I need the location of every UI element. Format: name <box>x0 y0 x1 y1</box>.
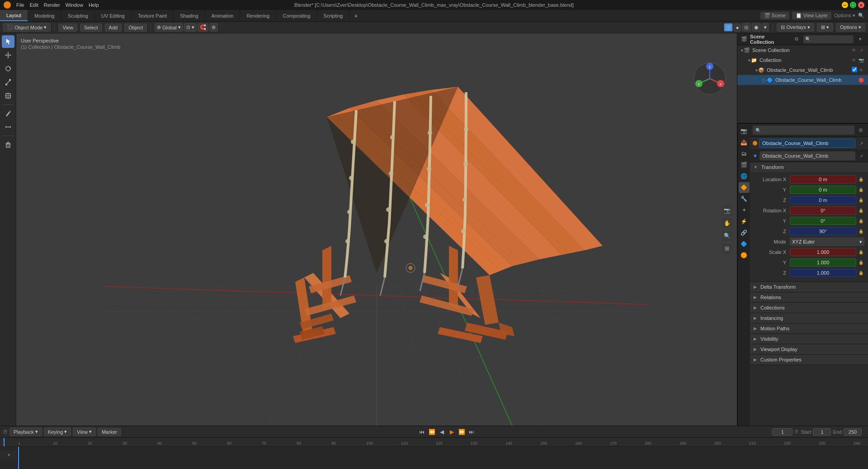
eye-ocwc-icon[interactable]: 👁 <box>858 67 864 73</box>
prop-particles-btn[interactable]: ✦ <box>739 205 750 216</box>
prop-output-btn[interactable]: 📤 <box>739 137 750 148</box>
add-workspace-tab[interactable]: + <box>349 10 362 21</box>
play-btn[interactable]: ▶ <box>447 427 456 436</box>
timeline-playback-btn[interactable]: Playback ▾ <box>9 427 42 436</box>
rotation-mode-select[interactable]: XYZ Euler ▾ <box>790 238 864 246</box>
mesh-link-btn[interactable]: ↗ <box>857 152 865 160</box>
tool-cursor[interactable] <box>2 35 14 48</box>
timeline-content[interactable]: ✦ <box>0 447 868 469</box>
delta-transform-header[interactable]: ▶ Delta Transform <box>750 282 868 292</box>
current-frame-input[interactable]: 1 <box>772 428 793 436</box>
tool-rotate[interactable] <box>2 62 14 75</box>
mesh-name-field[interactable]: Obstacle_Course_Wall_Climb <box>760 151 855 160</box>
tab-compositing[interactable]: Compositing <box>276 10 317 21</box>
select-icon[interactable]: ↗ <box>858 47 864 53</box>
relations-header[interactable]: ▶ Relations <box>750 292 868 302</box>
tool-measure[interactable] <box>2 121 14 133</box>
zoom-btn[interactable]: 🔍 <box>722 230 732 241</box>
prop-view-layer-btn[interactable]: 🗂 <box>739 148 750 159</box>
menu-edit[interactable]: Edit <box>27 2 41 8</box>
proportional-btn[interactable]: ⊚ <box>209 23 218 32</box>
lock-loc-x[interactable]: 🔒 <box>857 176 864 183</box>
render-col-icon[interactable]: 📷 <box>858 57 864 63</box>
outliner-filter-btn[interactable]: ⚙ <box>792 35 800 44</box>
transform-header[interactable]: ▼ Transform <box>750 162 868 172</box>
window-maximize[interactable]: □ <box>850 2 856 8</box>
tool-annotate[interactable] <box>2 107 14 120</box>
window-minimize[interactable]: − <box>842 2 848 8</box>
lock-scale-y[interactable]: 🔒 <box>857 259 864 266</box>
options-header-btn[interactable]: Options ▾ <box>836 23 865 32</box>
navigation-gizmo[interactable]: Z X Y <box>692 61 728 97</box>
hand-tool-btn[interactable]: ✋ <box>722 218 732 229</box>
next-keyframe-btn[interactable]: ⏩ <box>457 427 466 436</box>
object-name-field[interactable]: Obstacle_Course_Wall_Climb <box>759 139 855 148</box>
prop-data-btn[interactable]: 🔷 <box>739 239 750 249</box>
prev-keyframe-btn[interactable]: ⏪ <box>427 427 436 436</box>
tab-texture-paint[interactable]: Texture Paint <box>132 10 174 21</box>
jump-end-btn[interactable]: ⏭ <box>467 427 476 436</box>
play-backward-btn[interactable]: ◀ <box>437 427 446 436</box>
outliner-search[interactable]: 🔍 <box>803 35 854 43</box>
prop-material-btn[interactable]: 🟠 <box>739 250 750 261</box>
timeline-marker-btn[interactable]: Marker <box>98 428 121 436</box>
collections-header[interactable]: ▶ Collections <box>750 303 868 313</box>
outliner-item-ocwc-collection[interactable]: ▾ 📦 Obstacle_Course_Wall_Climb 👁 <box>737 65 868 75</box>
start-frame-input[interactable]: 1 <box>813 428 831 436</box>
props-options-btn[interactable]: ⚙ <box>856 126 865 135</box>
instancing-header[interactable]: ▶ Instancing <box>750 313 868 323</box>
tab-scripting[interactable]: Scripting <box>317 10 349 21</box>
location-y-field[interactable]: 0 m <box>790 186 856 194</box>
options-btn[interactable]: Options ▾ <box>834 13 855 19</box>
obj-icon-btn[interactable]: 🔴 <box>858 77 864 83</box>
timeline-view-btn[interactable]: View ▾ <box>73 427 96 436</box>
rendered-btn[interactable]: ◉ <box>752 23 761 32</box>
tool-scale[interactable] <box>2 76 14 89</box>
menu-help[interactable]: Help <box>86 2 102 8</box>
tab-modeling[interactable]: Modeling <box>28 10 61 21</box>
search-icon[interactable]: 🔍 <box>858 13 864 19</box>
tab-sculpting[interactable]: Sculpting <box>61 10 95 21</box>
scale-y-field[interactable]: 1.000 <box>790 258 856 267</box>
menu-render[interactable]: Render <box>41 2 63 8</box>
timeline-keying-btn[interactable]: Keying ▾ <box>44 427 71 436</box>
lock-rot-y[interactable]: 🔒 <box>857 217 864 225</box>
viewport-3d[interactable]: User Perspective (1) Collection | Obstac… <box>16 33 737 426</box>
overlay-btn[interactable]: ⊟ Overlays ▾ <box>777 23 814 32</box>
prop-constraint-btn[interactable]: 🔗 <box>739 227 750 238</box>
scene-selector[interactable]: 🎬 Scene <box>760 12 789 19</box>
prop-world-btn[interactable]: 🌐 <box>739 171 750 182</box>
props-search[interactable]: 🔍 <box>753 126 854 135</box>
solid-btn[interactable]: ● <box>734 23 741 32</box>
view-menu[interactable]: View <box>58 23 77 32</box>
location-z-field[interactable]: 0 m <box>790 196 856 204</box>
tab-layout[interactable]: Layout <box>0 10 28 21</box>
lock-loc-z[interactable]: 🔒 <box>857 197 864 204</box>
custom-props-header[interactable]: ▶ Custom Properties <box>750 355 868 365</box>
menu-window[interactable]: Window <box>63 2 86 8</box>
menu-file[interactable]: File <box>14 2 27 8</box>
prop-object-btn[interactable]: 🔶 <box>739 182 750 193</box>
outliner-options-btn[interactable]: ▾ <box>856 35 864 44</box>
mode-selector[interactable]: ⬛ Object Mode ▾ <box>3 23 51 32</box>
scale-x-field[interactable]: 1.000 <box>790 248 856 256</box>
location-x-field[interactable]: 0 m <box>790 175 856 183</box>
outliner-item-collection[interactable]: ▾ 📁 Collection 👁 📷 <box>737 55 868 65</box>
lock-rot-z[interactable]: 🔒 <box>857 228 864 235</box>
tool-transform[interactable] <box>2 89 14 102</box>
outliner-item-ocwc-obj[interactable]: ▷ 🔷 Obstacle_Course_Wall_Climb 🔴 <box>737 75 868 85</box>
snap-btn[interactable]: 🧲 <box>198 23 208 32</box>
lock-scale-z[interactable]: 🔒 <box>857 269 864 277</box>
select-menu[interactable]: Select <box>80 23 102 32</box>
tab-uv-editing[interactable]: UV Editing <box>95 10 132 21</box>
pivot-btn[interactable]: ⊙ ▾ <box>184 23 197 32</box>
prop-physics-btn[interactable]: ⚡ <box>739 216 750 227</box>
rotation-z-field[interactable]: 90° <box>790 227 856 235</box>
outliner-item-scene-collection[interactable]: ▾ 🎬 Scene Collection 👁 ↗ <box>737 45 868 55</box>
tab-rendering[interactable]: Rendering <box>240 10 276 21</box>
motion-paths-header[interactable]: ▶ Motion Paths <box>750 324 868 333</box>
grid-btn[interactable]: ⊞ <box>722 243 732 254</box>
rotation-y-field[interactable]: 0° <box>790 217 856 225</box>
prop-render-btn[interactable]: 📷 <box>739 126 750 136</box>
camera-view-btn[interactable]: 📷 <box>722 205 732 216</box>
